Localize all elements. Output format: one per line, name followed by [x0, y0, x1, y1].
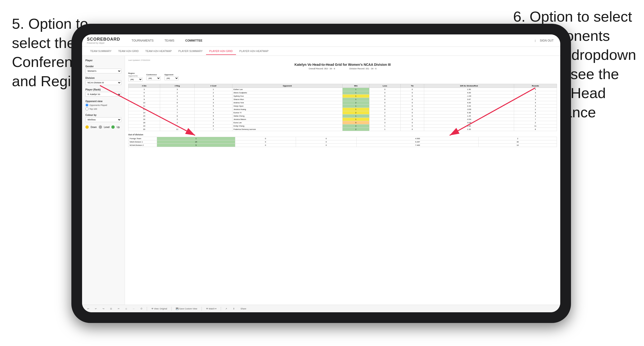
radio-top100[interactable]: Top 100 — [86, 107, 121, 110]
legend-dot-down — [86, 125, 89, 129]
table-row: Foreign Team 1 0 0 4.500 2 — [128, 137, 557, 140]
toolbar-sep3 — [202, 307, 202, 311]
td-loss: 1 — [369, 124, 400, 128]
sub-nav-player-h2h-grid[interactable]: PLAYER H2H GRID — [206, 48, 236, 55]
filter-conference-group: Conference (All) — [146, 74, 160, 80]
filter-opponent-group: Opponent (All) — [164, 74, 179, 80]
td-loss: 0 — [369, 115, 400, 118]
sub-nav-team-h2h-grid[interactable]: TEAM H2H GRID — [115, 48, 142, 54]
legend-label-level: Level — [104, 126, 110, 129]
td-out-opponent: NAIA Division 1 — [128, 140, 157, 144]
toolbar-cut[interactable]: ✂ — [116, 307, 121, 310]
toolbar-sep4 — [221, 307, 221, 311]
th-reg: # Reg — [160, 84, 194, 88]
sidebar-colour-by-section: Colour by Win/loss — [86, 114, 121, 122]
td-div: 19 — [128, 124, 160, 128]
td-tie: 0 — [400, 88, 424, 91]
td-reg: 2 — [160, 91, 194, 95]
td-reg: 11 — [160, 128, 194, 131]
table-row: 14 7 4 Eunice Yi 2 2 0 0.38 9 — [128, 111, 557, 115]
sidebar-gender-section: Gender Women's — [86, 65, 121, 73]
th-div: # Div — [128, 84, 160, 88]
sub-nav-team-summary[interactable]: TEAM SUMMARY — [87, 48, 115, 54]
td-out-opponent: Foreign Team — [128, 137, 157, 140]
td-reg: 6 — [160, 124, 194, 128]
main-table-body: 3 3 1 Esther Lee 1 0 0 1.50 4 5 2 2 Alex… — [128, 88, 557, 131]
record-row: Overall Record: 353 - 34 - 6 Division Re… — [128, 67, 557, 70]
td-rounds: 7 — [514, 118, 557, 121]
nav-committee[interactable]: COMMITTEE — [184, 38, 204, 43]
table-row: 10 6 3 Andrea York 2 0 0 4.00 4 — [128, 101, 557, 105]
toolbar-redo[interactable]: ↪ — [101, 307, 106, 310]
sub-nav-team-h2h-heatmap[interactable]: TEAM H2H HEATMAP — [142, 48, 175, 54]
filter-conference-select[interactable]: (All) — [146, 76, 160, 80]
td-tie: 0 — [400, 121, 424, 124]
nav-tournaments[interactable]: TOURNAMENTS — [130, 38, 155, 43]
td-div: 16 — [128, 118, 160, 121]
toolbar-view-original[interactable]: 👁 View: Original — [150, 307, 169, 310]
sidebar-player-rank-section: Player (Rank) 8. Katelyn Vo — [86, 88, 121, 97]
sub-nav-player-summary[interactable]: PLAYER SUMMARY — [175, 48, 206, 54]
app-content: SCOREBOARD Powered by clippd TOURNAMENTS… — [82, 34, 560, 312]
logo-sub: Powered by clippd — [87, 42, 120, 44]
table-header-row: # Div # Reg # Conf Opponent Win Loss Tie… — [128, 84, 557, 88]
toolbar-undo[interactable]: ↩ — [86, 307, 91, 310]
filter-conference-label: Conference — [146, 74, 160, 76]
sidebar-gender-label: Gender — [86, 65, 121, 68]
td-win: 1 — [342, 98, 369, 101]
toolbar-undo2[interactable]: ↩ — [94, 307, 98, 310]
out-table-body: Foreign Team 1 0 0 4.500 2 NAIA Division… — [128, 137, 557, 147]
td-diff: 1.25 — [424, 115, 514, 118]
sidebar-colour-by-label: Colour by — [86, 114, 121, 116]
td-rounds: 11 — [514, 124, 557, 128]
td-win: 1 — [342, 108, 369, 111]
td-loss: 0 — [369, 108, 400, 111]
toolbar-dots[interactable]: ··· — [131, 307, 136, 310]
nav-teams[interactable]: TEAMS — [162, 38, 176, 43]
td-rounds: 3 — [514, 95, 557, 98]
grid-title: Katelyn Vo Head-to-Head Grid for Women's… — [128, 63, 557, 66]
radio-opponents-played[interactable]: Opponents Played — [86, 104, 121, 107]
sidebar-division-select[interactable]: NCAA Division III — [86, 80, 121, 85]
sidebar-colour-by-select[interactable]: Win/loss — [86, 117, 121, 122]
toolbar-save-custom-view[interactable]: 💾 Save Custom View — [174, 307, 198, 310]
filter-opponent-select[interactable]: (All) — [164, 76, 179, 80]
td-diff: 4.00 — [424, 101, 514, 105]
td-win: 1 — [342, 95, 369, 98]
toolbar-share-icon[interactable]: ↗ — [224, 307, 228, 310]
table-row: 11 2 5 Heejo Hyun 1 0 0 3.33 3 — [128, 105, 557, 108]
td-loss: 0 — [369, 91, 400, 95]
toolbar-share[interactable]: Share — [239, 307, 248, 310]
td-out-win: 15 — [157, 140, 235, 144]
sub-nav-player-h2h-heatmap[interactable]: PLAYER H2H HEATMAP — [236, 48, 272, 54]
td-div: 6 — [128, 95, 160, 98]
toolbar-diamond[interactable]: ◇ — [124, 307, 128, 310]
legend-dot-up — [111, 125, 115, 129]
table-row: 6 3 3 Sydney Kuo 1 0 0 -1.00 3 — [128, 95, 557, 98]
filter-region-select[interactable]: (All) — [128, 77, 142, 81]
td-reg: 2 — [160, 121, 194, 124]
td-diff: 1.33 — [424, 128, 514, 131]
radio-opponents-played-input[interactable] — [86, 104, 88, 107]
td-rounds: 2 — [514, 121, 557, 124]
td-out-tie: 0 — [296, 140, 356, 144]
sidebar-player-rank-select[interactable]: 8. Katelyn Vo — [86, 92, 121, 97]
top-nav: SCOREBOARD Powered by clippd TOURNAMENTS… — [82, 34, 560, 47]
toolbar-expand-icon[interactable]: ⇕ — [232, 307, 236, 310]
radio-top100-input[interactable] — [86, 107, 88, 110]
td-reg: 3 — [160, 95, 194, 98]
sign-out-button[interactable]: Sign out — [538, 38, 556, 43]
td-opponent: Stella Cheng — [232, 115, 342, 118]
toolbar-watch[interactable]: 👁 Watch ▾ — [204, 307, 218, 310]
toolbar-timer[interactable]: ⏱ — [139, 307, 144, 310]
td-out-win: 5 — [157, 144, 235, 147]
filter-section: Region Opponents: (All) Conference (All) — [128, 72, 557, 81]
td-reg: 2 — [160, 118, 194, 121]
td-reg: 7 — [160, 111, 194, 115]
toolbar-grid[interactable]: ⊡ — [109, 307, 114, 310]
main-data-table: # Div # Reg # Conf Opponent Win Loss Tie… — [128, 84, 557, 131]
sidebar-gender-select[interactable]: Women's — [86, 69, 121, 73]
td-diff: 0.38 — [424, 111, 514, 115]
td-rounds: 2 — [514, 108, 557, 111]
td-reg: 8 — [160, 115, 194, 118]
